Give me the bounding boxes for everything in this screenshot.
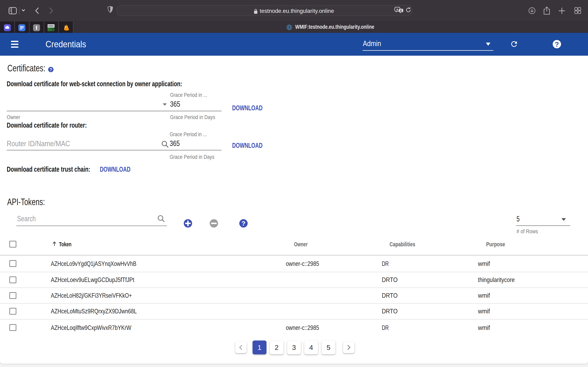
svg-text:A: A [396,8,398,11]
svg-text:文: 文 [399,9,402,12]
